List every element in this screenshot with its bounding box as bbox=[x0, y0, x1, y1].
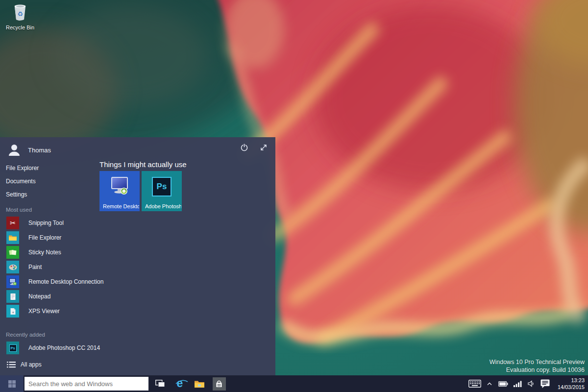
tile-group-heading: Things I might actually use bbox=[99, 160, 187, 169]
internet-explorer-button[interactable]: e bbox=[170, 375, 190, 392]
all-apps-label: All apps bbox=[21, 361, 42, 368]
app-item-file-explorer[interactable]: File Explorer bbox=[6, 230, 144, 245]
windows-logo-icon bbox=[8, 380, 16, 388]
internet-explorer-icon: e bbox=[177, 378, 183, 390]
tile-label: Adobe Photoshop bbox=[145, 203, 181, 209]
app-item-remote-desktop-connection[interactable]: Remote Desktop Connection bbox=[6, 274, 144, 289]
battery-button[interactable] bbox=[495, 375, 511, 392]
recycle-bin[interactable]: ♻ Recycle Bin bbox=[4, 3, 36, 30]
user-avatar-icon bbox=[7, 143, 22, 157]
snipping-tool-icon: ✂ bbox=[6, 217, 19, 229]
file-explorer-icon bbox=[194, 380, 205, 388]
watermark: Windows 10 Pro Technical Preview Evaluat… bbox=[490, 358, 585, 374]
tile-label: Remote Desktop bbox=[103, 203, 139, 209]
windows-store-button[interactable] bbox=[209, 375, 229, 392]
battery-icon bbox=[498, 381, 508, 387]
remote-desktop-icon bbox=[6, 275, 19, 288]
start-menu: Thomas File Explorer Documents Settings bbox=[0, 137, 275, 375]
volume-icon bbox=[528, 380, 535, 387]
most-used-heading: Most used bbox=[6, 207, 32, 213]
sidebar-item-file-explorer[interactable]: File Explorer bbox=[6, 163, 39, 173]
expand-start-button[interactable] bbox=[259, 143, 268, 151]
hidden-icons-chevron-icon bbox=[487, 382, 492, 386]
network-signal-icon bbox=[514, 381, 522, 387]
app-item-snipping-tool[interactable]: ✂ Snipping Tool bbox=[6, 216, 144, 230]
touch-keyboard-button[interactable] bbox=[466, 375, 484, 392]
clock-time: 13:23 bbox=[558, 377, 585, 384]
volume-button[interactable] bbox=[525, 375, 538, 392]
resize-diagonal-arrow-icon bbox=[260, 144, 268, 151]
task-view-icon bbox=[155, 380, 165, 388]
keyboard-icon bbox=[468, 380, 481, 388]
app-item-sticky-notes[interactable]: Sticky Notes bbox=[6, 245, 144, 260]
paint-icon bbox=[6, 261, 19, 273]
file-explorer-button[interactable] bbox=[190, 375, 209, 392]
action-center-button[interactable] bbox=[538, 375, 553, 392]
sidebar-item-documents[interactable]: Documents bbox=[6, 176, 36, 186]
recycle-bin-label: Recycle Bin bbox=[4, 24, 36, 30]
network-button[interactable] bbox=[511, 375, 525, 392]
action-center-icon bbox=[540, 379, 550, 388]
photoshop-icon: Ps bbox=[6, 342, 19, 354]
start-button[interactable] bbox=[0, 375, 24, 392]
app-item-paint[interactable]: Paint bbox=[6, 260, 144, 274]
power-icon bbox=[240, 143, 248, 151]
desktop: ♻ Recycle Bin Windows 10 Pro Technical P… bbox=[0, 0, 588, 392]
power-button[interactable] bbox=[240, 143, 248, 151]
tile-adobe-photoshop[interactable]: Ps Adobe Photoshop bbox=[142, 171, 182, 211]
windows-store-icon bbox=[213, 377, 226, 391]
sidebar-item-settings[interactable]: Settings bbox=[6, 190, 27, 199]
all-apps-list-icon bbox=[7, 361, 16, 368]
app-item-xps-viewer[interactable]: a XPS Viewer bbox=[6, 304, 144, 318]
clock[interactable]: 13:23 14/03/2015 bbox=[558, 377, 585, 391]
watermark-line1: Windows 10 Pro Technical Preview bbox=[490, 358, 585, 366]
recycle-bin-icon: ♻ bbox=[12, 3, 28, 22]
taskbar-search bbox=[24, 377, 148, 391]
remote-desktop-tile-icon bbox=[99, 177, 140, 196]
search-input[interactable] bbox=[24, 377, 148, 391]
sticky-notes-icon bbox=[6, 246, 19, 259]
taskbar: e bbox=[0, 375, 588, 392]
clock-date: 14/03/2015 bbox=[558, 384, 585, 391]
user-name: Thomas bbox=[28, 147, 51, 154]
photoshop-tile-icon: Ps bbox=[142, 177, 182, 196]
app-item-notepad[interactable]: Notepad bbox=[6, 289, 144, 304]
notepad-icon bbox=[6, 290, 19, 303]
svg-text:♻: ♻ bbox=[17, 10, 23, 18]
app-item-adobe-photoshop[interactable]: Ps Adobe Photoshop CC 2014 bbox=[6, 341, 144, 355]
hidden-icons-button[interactable] bbox=[484, 375, 495, 392]
tile-remote-desktop[interactable]: Remote Desktop bbox=[99, 171, 140, 211]
recently-added-heading: Recently added bbox=[6, 332, 45, 338]
task-view-button[interactable] bbox=[150, 375, 170, 392]
user-account[interactable]: Thomas bbox=[7, 143, 51, 157]
xps-viewer-icon: a bbox=[6, 305, 19, 318]
watermark-line2: Evaluation copy. Build 10036 bbox=[490, 366, 585, 374]
all-apps-button[interactable]: All apps bbox=[7, 359, 42, 370]
file-explorer-icon bbox=[6, 231, 19, 244]
svg-text:a: a bbox=[12, 310, 14, 314]
